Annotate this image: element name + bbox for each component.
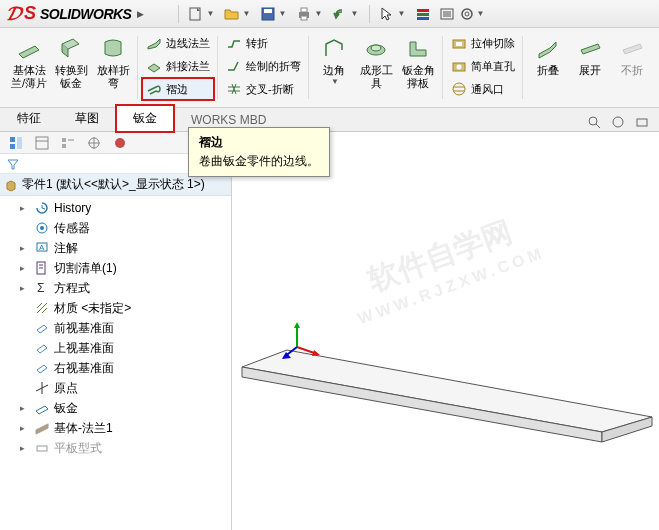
svg-rect-18 (456, 42, 462, 46)
corners-icon (320, 34, 348, 62)
chevron-down-icon: ▼ (278, 9, 286, 18)
display-manager-tab[interactable] (108, 133, 132, 153)
tree-root[interactable]: 零件1 (默认<<默认>_显示状态 1>) (0, 174, 231, 196)
expand-icon[interactable]: ▸ (20, 443, 30, 453)
svg-line-49 (37, 303, 42, 308)
tree-item-label: 上视基准面 (54, 340, 114, 357)
convert-sheetmetal-button[interactable]: 转换到 钣金 (50, 32, 92, 92)
tree-item[interactable]: 上视基准面 (0, 338, 231, 358)
tree-item-label: 原点 (54, 380, 78, 397)
corners-button[interactable]: 边角 ▼ (313, 32, 355, 92)
svg-rect-28 (10, 137, 15, 142)
options-button[interactable] (436, 3, 458, 25)
new-icon (188, 6, 204, 22)
graphics-viewport[interactable]: 软件自学网 WWW.RJZXW.COM (232, 132, 659, 530)
edge-flange-icon (146, 35, 162, 51)
tree-item[interactable]: ▸Σ方程式 (0, 278, 231, 298)
base-flange-button[interactable]: 基体法 兰/薄片 (8, 32, 50, 92)
miter-flange-button[interactable]: 斜接法兰 (142, 55, 214, 77)
chevron-down-icon: ▼ (477, 9, 485, 18)
tree-item[interactable]: ▸切割清单(1) (0, 258, 231, 278)
miter-flange-icon (146, 58, 162, 74)
settings-button[interactable]: ▼ (460, 3, 482, 25)
collapse-ribbon-icon[interactable] (633, 113, 651, 131)
rebuild-button[interactable] (412, 3, 434, 25)
svg-text:A: A (39, 243, 45, 252)
sketched-bend-button[interactable]: 绘制的折弯 (222, 55, 305, 77)
expand-icon[interactable]: ▸ (20, 263, 30, 273)
view-settings-icon[interactable] (609, 113, 627, 131)
baseflange-icon (34, 420, 50, 436)
dimxpert-tab[interactable] (82, 133, 106, 153)
open-button[interactable]: ▼ (221, 3, 255, 25)
no-bends-icon (618, 34, 646, 62)
tree-item[interactable]: 材质 <未指定> (0, 298, 231, 318)
svg-point-26 (613, 117, 623, 127)
extruded-cut-button[interactable]: 拉伸切除 (447, 32, 519, 54)
tree-item[interactable]: 右视基准面 (0, 358, 231, 378)
expand-icon[interactable]: ▸ (20, 243, 30, 253)
tree-item[interactable]: ▸平板型式 (0, 438, 231, 458)
forming-tool-icon (362, 34, 390, 62)
edge-flange-button[interactable]: 边线法兰 (142, 32, 214, 54)
tree-item[interactable]: 前视基准面 (0, 318, 231, 338)
tree-item[interactable]: ▸基体-法兰1 (0, 418, 231, 438)
undo-button[interactable]: ▼ (329, 3, 363, 25)
list-icon (439, 6, 455, 22)
tree-item[interactable]: 传感器 (0, 218, 231, 238)
convert-sheetmetal-icon (57, 34, 85, 62)
tree-item[interactable]: ▸History (0, 198, 231, 218)
vent-button[interactable]: 通风口 (447, 78, 519, 100)
svg-text:Σ: Σ (37, 281, 44, 295)
svg-rect-53 (37, 446, 47, 451)
tree-item[interactable]: ▸钣金 (0, 398, 231, 418)
filter-icon (6, 157, 20, 171)
sensor-icon (34, 220, 50, 236)
svg-rect-30 (17, 137, 22, 149)
logo-text: SOLIDWORKS (40, 6, 131, 22)
svg-point-16 (371, 45, 381, 51)
lofted-bend-button[interactable]: 放样折 弯 (92, 32, 134, 92)
rebuild-icon (415, 6, 431, 22)
print-button[interactable]: ▼ (293, 3, 327, 25)
expand-icon[interactable]: ▸ (20, 283, 30, 293)
tree-root-label: 零件1 (默认<<默认>_显示状态 1>) (22, 176, 205, 193)
feature-tree-tab[interactable] (4, 133, 28, 153)
svg-line-48 (37, 303, 47, 313)
tree-item[interactable]: 原点 (0, 378, 231, 398)
no-bends-button: 不折 (611, 32, 653, 79)
plane-icon (34, 340, 50, 356)
property-manager-tab[interactable] (30, 133, 54, 153)
tab-features[interactable]: 特征 (0, 105, 58, 132)
svg-marker-60 (312, 350, 320, 356)
tab-sketch[interactable]: 草图 (58, 105, 116, 132)
app-logo[interactable]: 𝓓 S SOLIDWORKS ▶ (6, 2, 144, 25)
tree-item-label: 前视基准面 (54, 320, 114, 337)
svg-line-25 (596, 124, 600, 128)
fold-button[interactable]: 折叠 (527, 32, 569, 79)
expand-icon[interactable]: ▸ (20, 423, 30, 433)
cross-break-button[interactable]: 交叉-折断 (222, 78, 305, 100)
search-commands-icon[interactable] (585, 113, 603, 131)
jog-button[interactable]: 转折 (222, 32, 305, 54)
configuration-manager-tab[interactable] (56, 133, 80, 153)
svg-point-21 (453, 83, 465, 95)
expand-icon[interactable]: ▸ (20, 203, 30, 213)
new-button[interactable]: ▼ (185, 3, 219, 25)
gusset-button[interactable]: 钣金角 撑板 (397, 32, 439, 92)
material-icon (34, 300, 50, 316)
tab-sheetmetal[interactable]: 钣金 (116, 105, 174, 132)
expand-icon[interactable]: ▸ (20, 403, 30, 413)
extruded-cut-icon (451, 35, 467, 51)
flatpattern-icon (34, 440, 50, 456)
base-flange-icon (15, 34, 43, 62)
simple-hole-icon (451, 58, 467, 74)
tree-item[interactable]: ▸A注解 (0, 238, 231, 258)
select-button[interactable]: ▼ (376, 3, 410, 25)
simple-hole-button[interactable]: 简单直孔 (447, 55, 519, 77)
logo-ds-icon: 𝓓 (6, 2, 20, 25)
forming-tool-button[interactable]: 成形工 具 (355, 32, 397, 92)
unfold-button[interactable]: 展开 (569, 32, 611, 79)
save-button[interactable]: ▼ (257, 3, 291, 25)
hem-button[interactable]: 褶边 (142, 78, 214, 100)
